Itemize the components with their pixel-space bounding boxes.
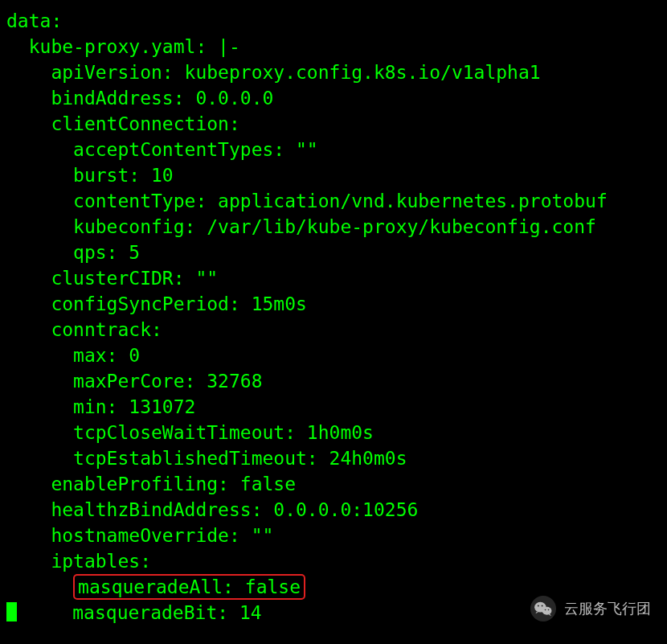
highlighted-config-line: masqueradeAll: false <box>73 574 305 600</box>
watermark-text: 云服务飞行团 <box>564 596 651 621</box>
svg-point-3 <box>542 605 543 607</box>
config-line: configSyncPeriod: 15m0s <box>6 293 307 314</box>
terminal-output: data: kube-proxy.yaml: |- apiVersion: ku… <box>0 0 667 626</box>
config-line: apiVersion: kubeproxy.config.k8s.io/v1al… <box>6 62 541 83</box>
config-line: data: <box>6 10 62 31</box>
config-line: acceptContentTypes: "" <box>6 139 318 160</box>
config-line: clientConnection: <box>6 113 240 134</box>
watermark: 云服务飞行团 <box>530 596 651 621</box>
config-line: contentType: application/vnd.kubernetes.… <box>6 191 608 211</box>
config-line: min: 131072 <box>6 396 195 417</box>
config-line: conntrack: <box>6 319 162 340</box>
config-line: burst: 10 <box>6 165 174 186</box>
config-line: hostnameOverride: "" <box>6 525 273 546</box>
config-line: kube-proxy.yaml: |- <box>6 36 240 57</box>
config-line: enableProfiling: false <box>6 474 296 494</box>
svg-point-4 <box>545 609 546 611</box>
wechat-icon <box>530 596 556 621</box>
config-line-indent <box>6 576 73 597</box>
terminal-cursor <box>6 602 17 621</box>
config-line: clusterCIDR: "" <box>6 268 218 289</box>
svg-point-5 <box>548 609 550 611</box>
config-line-indent-last <box>17 602 72 623</box>
svg-point-1 <box>542 607 552 615</box>
config-line: kubeconfig: /var/lib/kube-proxy/kubeconf… <box>6 216 596 237</box>
config-line: tcpEstablishedTimeout: 24h0m0s <box>6 448 407 469</box>
config-line: maxPerCore: 32768 <box>6 371 263 392</box>
svg-point-2 <box>538 605 539 607</box>
config-line: masqueradeBit: 14 <box>72 602 261 623</box>
config-line: max: 0 <box>6 345 140 366</box>
config-line: tcpCloseWaitTimeout: 1h0m0s <box>6 422 374 443</box>
config-line: bindAddress: 0.0.0.0 <box>6 88 273 109</box>
config-line: iptables: <box>6 551 151 572</box>
config-line: qps: 5 <box>6 242 140 263</box>
config-line: healthzBindAddress: 0.0.0.0:10256 <box>6 499 418 520</box>
